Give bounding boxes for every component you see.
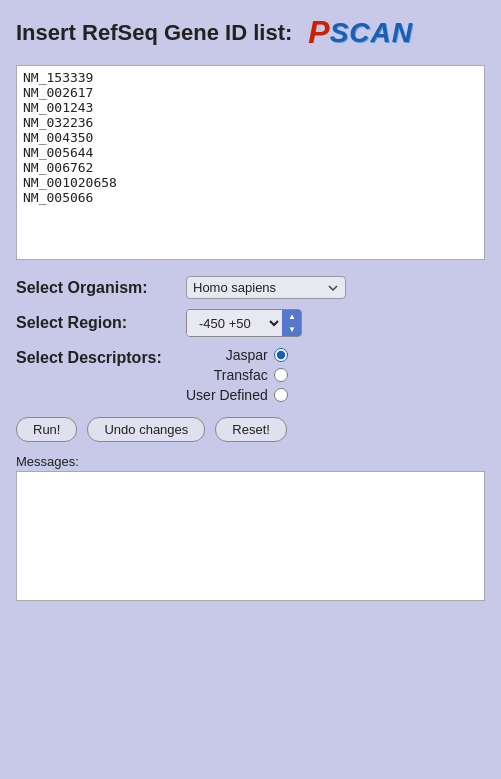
transfac-radio[interactable] (274, 368, 288, 382)
transfac-label: Transfac (214, 367, 268, 383)
logo-text: SCAN (330, 17, 413, 49)
descriptors-row: Select Descriptors: Jaspar Transfac User… (16, 347, 485, 407)
header: Insert RefSeq Gene ID list: P SCAN (16, 14, 485, 51)
organism-select[interactable]: Homo sapiens Mus musculus Rattus norvegi… (186, 276, 346, 299)
organism-row: Select Organism: Homo sapiens Mus muscul… (16, 276, 485, 299)
region-row: Select Region: -450 +50 -900 +50 -1800 +… (16, 309, 485, 337)
descriptors-radio-group: Jaspar Transfac User Defined (186, 347, 288, 407)
user-defined-row: User Defined (186, 387, 288, 403)
jaspar-label: Jaspar (226, 347, 268, 363)
user-defined-radio[interactable] (274, 388, 288, 402)
jaspar-radio[interactable] (274, 348, 288, 362)
pscan-logo: P SCAN (308, 14, 413, 51)
main-container: Insert RefSeq Gene ID list: P SCAN Selec… (0, 0, 501, 779)
region-spinners: ▲ ▼ (282, 310, 301, 336)
run-button[interactable]: Run! (16, 417, 77, 442)
jaspar-row: Jaspar (226, 347, 288, 363)
region-select[interactable]: -450 +50 -900 +50 -1800 +50 -450 +150 (187, 310, 282, 336)
gene-list-textarea[interactable] (16, 65, 485, 260)
descriptors-label: Select Descriptors: (16, 347, 186, 367)
messages-textarea[interactable] (16, 471, 485, 601)
buttons-row: Run! Undo changes Reset! (16, 417, 485, 442)
reset-button[interactable]: Reset! (215, 417, 287, 442)
messages-container: Messages: (16, 454, 485, 604)
undo-button[interactable]: Undo changes (87, 417, 205, 442)
region-down-button[interactable]: ▼ (283, 323, 301, 336)
organism-label: Select Organism: (16, 279, 186, 297)
region-up-button[interactable]: ▲ (283, 310, 301, 323)
logo-p: P (308, 14, 329, 51)
transfac-row: Transfac (214, 367, 288, 383)
page-title: Insert RefSeq Gene ID list: (16, 20, 292, 46)
messages-label: Messages: (16, 454, 485, 469)
user-defined-label: User Defined (186, 387, 268, 403)
region-label: Select Region: (16, 314, 186, 332)
region-combo: -450 +50 -900 +50 -1800 +50 -450 +150 ▲ … (186, 309, 302, 337)
